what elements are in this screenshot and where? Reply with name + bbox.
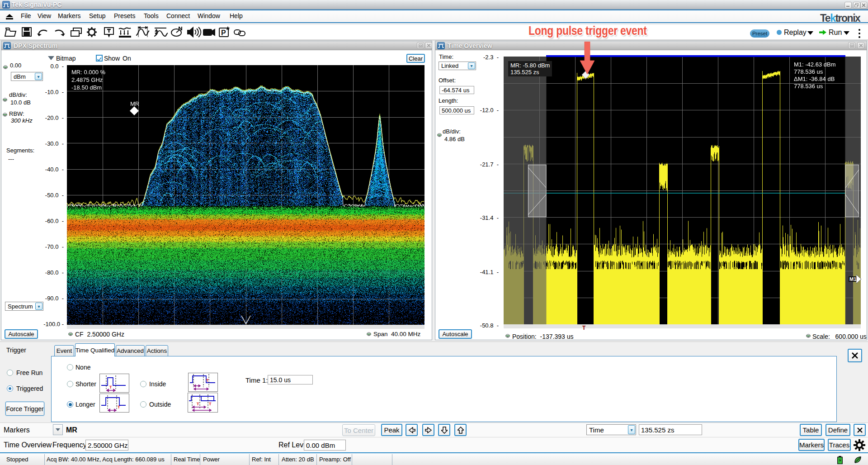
svg-text:T: T [209, 402, 212, 406]
svg-text:P: P [221, 29, 226, 37]
svg-text:T: T [197, 402, 199, 406]
svg-text:T: T [206, 378, 209, 383]
svg-text:T: T [118, 405, 120, 409]
svg-text:T: T [109, 385, 112, 389]
